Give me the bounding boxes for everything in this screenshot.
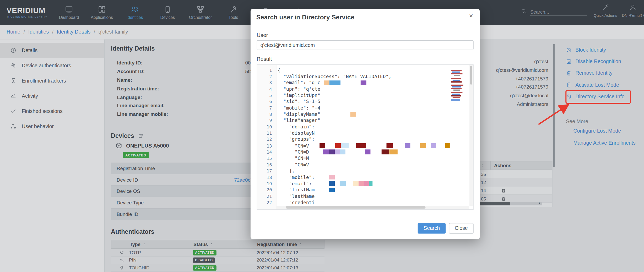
redaction-block — [324, 80, 329, 85]
user-input[interactable] — [257, 40, 473, 50]
minimap-mark — [453, 80, 460, 81]
minimap-mark — [451, 85, 463, 86]
line-number: 5 — [257, 93, 276, 98]
line-number: 7 — [257, 105, 276, 110]
modal-footer: Search Close — [418, 223, 473, 234]
line-number: 3 — [257, 80, 276, 85]
redaction-block — [335, 143, 341, 148]
redaction-block — [340, 150, 345, 154]
redaction-block — [341, 143, 349, 148]
code-text: "lastName — [278, 193, 315, 199]
code-text: "mobile": "+4 — [278, 105, 320, 111]
code-line: 6 "sid": "S-1-5 — [257, 99, 473, 105]
minimap-mark — [453, 90, 460, 91]
scrollbar-thumb[interactable] — [470, 66, 472, 85]
redaction-block — [329, 150, 335, 154]
redaction-block — [340, 181, 346, 186]
close-button[interactable]: Close — [449, 223, 474, 234]
redaction-block — [365, 150, 370, 154]
line-number: 9 — [257, 118, 276, 123]
code-text: "upn": "q'cte — [278, 86, 320, 92]
result-field-label: Result — [257, 56, 272, 62]
line-number: 6 — [257, 99, 276, 104]
minimap-mark — [451, 73, 463, 74]
redaction-block — [320, 143, 325, 148]
search-button[interactable]: Search — [418, 223, 446, 234]
redaction-block — [359, 181, 364, 186]
code-line: 21 "lastName — [257, 193, 473, 199]
redaction-block — [329, 187, 335, 192]
directory-search-modal: Search user in Directory Service × User … — [251, 9, 480, 239]
code-text: "CN=D — [278, 149, 309, 155]
line-number: 15 — [257, 156, 276, 161]
line-number: 12 — [257, 137, 276, 142]
editor-vertical-scrollbar[interactable] — [469, 65, 473, 206]
line-number: 19 — [257, 181, 276, 186]
line-number: 21 — [257, 194, 276, 199]
redaction-block — [329, 80, 340, 85]
line-number: 18 — [257, 175, 276, 180]
code-line: 19 "email": — [257, 180, 473, 187]
code-text: "CN=N — [278, 155, 309, 161]
minimap-mark — [451, 78, 461, 79]
code-line: 5 "implicitUpn" — [257, 92, 473, 99]
redaction-block — [420, 143, 426, 148]
redaction-block — [361, 80, 366, 85]
redaction-block — [329, 181, 335, 186]
redaction-block — [329, 175, 335, 179]
code-text: "mobile": — [278, 174, 315, 180]
redaction-block — [353, 181, 359, 186]
code-line: 3 "email": "q'c — [257, 80, 473, 86]
code-text: "domain": — [278, 124, 315, 130]
scrollbar-thumb[interactable] — [286, 206, 426, 209]
code-line: 10 "domain": — [257, 124, 473, 130]
code-text: "firstNam — [278, 187, 315, 193]
code-line: 14 "CN=D — [257, 149, 473, 155]
code-text: "email": — [278, 181, 312, 186]
code-line: 2 "validationSuccess": "NAME_VALIDATED", — [257, 73, 473, 79]
line-number: 10 — [257, 124, 276, 129]
redaction-block — [335, 150, 340, 154]
code-text: "groups": — [278, 137, 315, 142]
code-text: "lineManager" — [278, 118, 320, 123]
code-line: 20 "firstNam — [257, 187, 473, 193]
code-line: 9 "lineManager" — [257, 117, 473, 124]
minimap-mark — [451, 95, 461, 97]
minimap-mark — [454, 75, 460, 76]
line-number: 16 — [257, 162, 276, 167]
redaction-block — [382, 150, 389, 154]
user-field-label: User — [257, 32, 268, 38]
result-code-editor[interactable]: 1{2 "validationSuccess": "NAME_VALIDATED… — [257, 64, 473, 210]
modal-title: Search user in Directory Service — [256, 14, 354, 21]
code-line: 7 "mobile": "+4 — [257, 105, 473, 111]
code-line: 12 "groups": — [257, 136, 473, 143]
redaction-block — [389, 150, 397, 154]
code-text: { — [278, 67, 280, 73]
line-number: 1 — [257, 68, 276, 73]
app-root: VERIDIUM TRUSTED DIGITAL IDENTITY Dashbo… — [0, 0, 644, 272]
code-line: 18 "mobile": — [257, 174, 473, 180]
code-text: "email": "q'c — [278, 80, 320, 86]
editor-lines: 1{2 "validationSuccess": "NAME_VALIDATED… — [257, 67, 473, 205]
code-text: "sid": "S-1-5 — [278, 99, 320, 105]
line-number: 8 — [257, 112, 276, 117]
editor-minimap — [450, 68, 469, 107]
code-line: 22 "credenti — [257, 199, 473, 205]
close-icon[interactable]: × — [467, 12, 475, 20]
minimap-mark — [451, 88, 462, 89]
line-number: 22 — [257, 200, 276, 205]
code-line: 1{ — [257, 67, 473, 73]
code-text: "validationSuccess": "NAME_VALIDATED", — [278, 74, 391, 79]
code-line: 17 ], — [257, 168, 473, 174]
line-number: 11 — [257, 130, 276, 135]
editor-horizontal-scrollbar[interactable] — [276, 206, 469, 209]
minimap-mark — [451, 81, 462, 83]
minimap-mark — [451, 92, 463, 93]
minimap-mark — [452, 72, 460, 73]
redaction-block — [431, 143, 436, 148]
minimap-mark — [452, 94, 460, 95]
line-number: 20 — [257, 187, 276, 192]
code-line: 11 "displayN — [257, 130, 473, 136]
code-text: "CN=V — [278, 143, 309, 149]
code-text: "implicitUpn" — [278, 93, 320, 98]
